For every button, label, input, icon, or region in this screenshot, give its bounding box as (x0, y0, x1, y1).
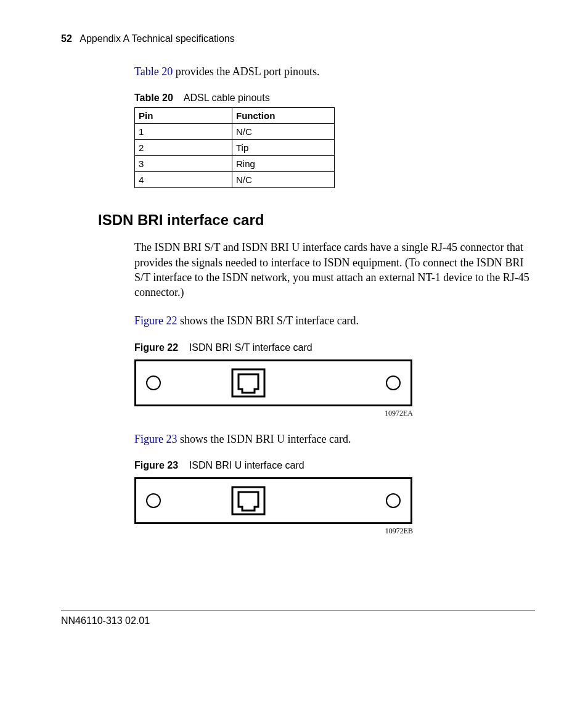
figure23-id: 10972EB (134, 527, 413, 536)
table20-label: Table 20 (134, 92, 173, 103)
figure23-link[interactable]: Figure 23 (134, 433, 178, 445)
page-number: 52 (61, 33, 72, 44)
table20: Pin Function 1 N/C 2 Tip 3 Ring 4 N/C (134, 107, 335, 188)
intro-rest: provides the ADSL port pinouts. (173, 65, 319, 78)
figure23-intro-rest: shows the ISDN BRI U interface card. (178, 433, 351, 445)
table20-link[interactable]: Table 20 (134, 65, 173, 78)
figure22-intro: Figure 22 shows the ISDN BRI S/T interfa… (134, 313, 535, 328)
footer-rule (61, 610, 535, 610)
screw-hole-icon (146, 376, 161, 390)
table-header-pin: Pin (135, 108, 232, 124)
table-row: 2 Tip (135, 140, 335, 156)
figure23-caption: Figure 23 ISDN BRI U interface card (134, 460, 535, 471)
figure22-title: ISDN BRI S/T interface card (189, 342, 312, 353)
figure23-title: ISDN BRI U interface card (189, 460, 304, 470)
table-row: 4 N/C (135, 172, 335, 188)
figure22-label: Figure 22 (134, 342, 178, 353)
table-row: 3 Ring (135, 156, 335, 172)
isdn-paragraph: The ISDN BRI S/T and ISDN BRI U interfac… (134, 240, 535, 300)
running-header: 52 Appendix A Technical specifications (61, 33, 535, 44)
table20-caption: Table 20 ADSL cable pinouts (134, 92, 535, 104)
cell-function: Ring (232, 156, 335, 172)
figure22-link[interactable]: Figure 22 (134, 314, 178, 327)
cell-pin: 3 (135, 156, 232, 172)
figure22-caption: Figure 22 ISDN BRI S/T interface card (134, 342, 535, 353)
figure22-diagram (134, 359, 412, 406)
cell-function: Tip (232, 140, 335, 156)
figure23-intro: Figure 23 shows the ISDN BRI U interface… (134, 432, 535, 446)
page-footer: NN46110-313 02.01 (61, 610, 535, 626)
figure23-diagram (134, 477, 412, 524)
figure22-id: 10972EA (134, 409, 413, 418)
cell-function: N/C (232, 124, 335, 140)
table-header-function: Function (232, 108, 335, 124)
figure23-label: Figure 23 (134, 460, 178, 470)
screw-hole-icon (386, 493, 401, 508)
table20-title: ADSL cable pinouts (184, 92, 270, 103)
screw-hole-icon (146, 493, 161, 508)
cell-pin: 2 (135, 140, 232, 156)
rj45-port-icon (231, 486, 266, 515)
screw-hole-icon (386, 376, 401, 390)
table-row: 1 N/C (135, 124, 335, 140)
section-heading: ISDN BRI interface card (98, 211, 535, 229)
cell-pin: 1 (135, 124, 232, 140)
cell-pin: 4 (135, 172, 232, 188)
rj45-port-icon (231, 368, 266, 398)
cell-function: N/C (232, 172, 335, 188)
figure22-intro-rest: shows the ISDN BRI S/T interface card. (178, 314, 359, 327)
header-section: Appendix A Technical specifications (80, 33, 234, 44)
table-header-row: Pin Function (135, 108, 335, 124)
intro-paragraph: Table 20 provides the ADSL port pinouts. (134, 64, 535, 79)
document-id: NN46110-313 02.01 (61, 615, 150, 626)
